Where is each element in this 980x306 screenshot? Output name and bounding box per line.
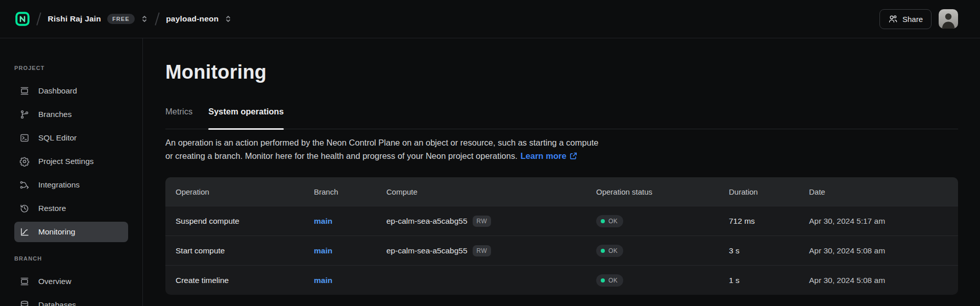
sidebar-item-overview[interactable]: Overview [14, 271, 128, 292]
plan-badge: FREE [107, 14, 135, 24]
database-icon [19, 300, 30, 306]
page-description: An operation is an action performed by t… [165, 136, 727, 162]
gear-icon [19, 156, 30, 167]
share-button-label: Share [902, 15, 923, 23]
main-content: Monitoring Metrics System operations An … [143, 38, 980, 306]
sidebar-item-databases[interactable]: Databases [14, 295, 128, 306]
tab-system-operations[interactable]: System operations [208, 107, 284, 129]
status-badge: OK [596, 245, 623, 257]
column-header-duration: Duration [719, 187, 799, 196]
branch-cell: main [304, 217, 376, 226]
chevron-updown-icon[interactable] [225, 15, 232, 23]
sidebar-item-label: SQL Editor [38, 133, 77, 143]
branch-cell: main [304, 276, 376, 285]
sidebar-item-project-settings[interactable]: Project Settings [14, 151, 128, 172]
sidebar: PROJECT DashboardBranchesSQL EditorProje… [0, 38, 143, 306]
table-row: Start computemainep-calm-sea-a5cabg55RWO… [165, 236, 958, 265]
status-badge: OK [596, 215, 623, 227]
status-cell: OK [586, 274, 719, 287]
breadcrumb-separator [155, 12, 159, 25]
date-cell: Apr 30, 2024 5:08 am [799, 246, 958, 255]
branch-link[interactable]: main [314, 217, 332, 226]
sidebar-item-sql-editor[interactable]: SQL Editor [14, 128, 128, 148]
table-row: Create timelinemainOK1 sApr 30, 2024 5:0… [165, 265, 958, 295]
status-dot-icon [601, 249, 605, 253]
duration-cell: 3 s [719, 246, 799, 255]
sidebar-item-label: Branches [38, 110, 71, 119]
sidebar-section-label: PROJECT [14, 65, 142, 71]
compute-rw-badge: RW [473, 216, 492, 227]
compute-cell: ep-calm-sea-a5cabg55RW [376, 245, 586, 256]
window-icon [19, 276, 30, 287]
integrations-icon [19, 180, 30, 190]
sidebar-item-label: Overview [38, 277, 71, 286]
sidebar-item-restore[interactable]: Restore [14, 198, 128, 219]
share-users-icon [888, 14, 898, 24]
status-cell: OK [586, 245, 719, 257]
status-badge: OK [596, 274, 623, 287]
sidebar-item-label: Dashboard [38, 86, 77, 96]
org-switcher[interactable]: Rishi Raj Jain FREE [48, 14, 148, 24]
status-dot-icon [601, 219, 605, 223]
chart-line-icon [19, 227, 30, 237]
topbar: Rishi Raj Jain FREE payload-neon Share [0, 0, 980, 38]
sidebar-section-label: BRANCH [14, 255, 142, 262]
column-header-compute: Compute [376, 187, 586, 196]
sidebar-item-label: Restore [38, 204, 66, 213]
org-name: Rishi Raj Jain [48, 14, 101, 23]
table-header-row: Operation Branch Compute Operation statu… [165, 177, 958, 206]
sidebar-item-dashboard[interactable]: Dashboard [14, 81, 128, 101]
sidebar-item-label: Databases [38, 300, 76, 306]
sidebar-item-branches[interactable]: Branches [14, 104, 128, 125]
description-line1: An operation is an action performed by t… [165, 138, 598, 147]
compute-endpoint: ep-calm-sea-a5cabg55 [386, 217, 468, 226]
sidebar-item-monitoring[interactable]: Monitoring [14, 222, 128, 242]
project-name: payload-neon [166, 14, 218, 23]
learn-more-link[interactable]: Learn more [521, 149, 577, 162]
column-header-branch: Branch [304, 187, 376, 196]
status-cell: OK [586, 215, 719, 227]
chevron-updown-icon[interactable] [141, 15, 148, 23]
column-header-operation-status: Operation status [586, 187, 719, 196]
external-link-icon [570, 152, 577, 160]
duration-cell: 712 ms [719, 217, 799, 226]
description-line2: or creating a branch. Monitor here for t… [165, 151, 518, 160]
history-icon [19, 203, 30, 214]
share-button[interactable]: Share [879, 9, 932, 29]
sidebar-item-integrations[interactable]: Integrations [14, 175, 128, 195]
status-label: OK [608, 277, 618, 284]
sidebar-item-label: Monitoring [38, 227, 75, 237]
compute-cell: ep-calm-sea-a5cabg55RW [376, 216, 586, 227]
page-title: Monitoring [165, 60, 958, 84]
duration-cell: 1 s [719, 276, 799, 285]
terminal-icon [19, 133, 30, 143]
status-label: OK [608, 218, 618, 225]
date-cell: Apr 30, 2024 5:17 am [799, 217, 958, 226]
column-header-operation: Operation [165, 187, 304, 196]
tabs: Metrics System operations [165, 107, 958, 129]
branch-link[interactable]: main [314, 246, 332, 255]
breadcrumb-separator [36, 12, 41, 25]
operation-cell: Suspend compute [165, 217, 304, 226]
project-switcher[interactable]: payload-neon [166, 14, 232, 23]
column-header-date: Date [799, 187, 958, 196]
learn-more-label: Learn more [521, 149, 567, 162]
table-row: Suspend computemainep-calm-sea-a5cabg55R… [165, 206, 958, 236]
status-label: OK [608, 247, 618, 254]
branch-cell: main [304, 246, 376, 255]
status-dot-icon [601, 278, 605, 283]
operation-cell: Create timeline [165, 276, 304, 285]
operation-cell: Start compute [165, 246, 304, 255]
sidebar-item-label: Project Settings [38, 157, 94, 166]
tab-metrics[interactable]: Metrics [165, 107, 192, 129]
branch-link[interactable]: main [314, 276, 332, 285]
sidebar-item-label: Integrations [38, 180, 80, 190]
git-branch-icon [19, 109, 30, 120]
compute-rw-badge: RW [473, 245, 492, 256]
dashboard-icon [19, 86, 30, 96]
operations-table: Operation Branch Compute Operation statu… [165, 177, 958, 295]
date-cell: Apr 30, 2024 5:08 am [799, 276, 958, 285]
compute-endpoint: ep-calm-sea-a5cabg55 [386, 246, 468, 255]
neon-logo[interactable] [15, 12, 30, 26]
user-avatar[interactable] [939, 9, 958, 29]
